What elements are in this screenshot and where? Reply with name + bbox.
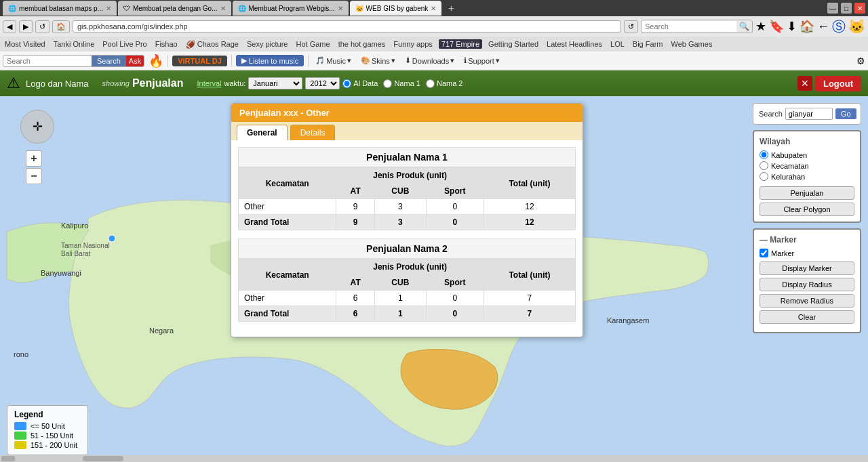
skins-menu[interactable]: 🎨 Skins ▾ (358, 55, 398, 66)
house-icon[interactable]: 🏠 (800, 19, 814, 34)
table-row-grand-total-1: Grand Total 9 3 0 12 (239, 215, 576, 230)
virtual-dj-button[interactable]: VIRTUAL DJ (172, 56, 227, 66)
marker-checkbox-label: Marker (771, 249, 794, 257)
new-tab-button[interactable]: + (443, 1, 459, 16)
clear-polygon-button[interactable]: Clear Polygon (760, 203, 854, 216)
bookmark-funny[interactable]: Funny apps (391, 39, 434, 49)
bookmark-sexy[interactable]: Sexy picture (245, 39, 290, 49)
tab-details[interactable]: Details (290, 125, 336, 140)
listen-music-button[interactable]: ▶ Listen to music (236, 55, 304, 66)
radio-nama1[interactable]: Nama 1 (383, 79, 420, 88)
ask-icon[interactable]: Ask (126, 56, 144, 66)
bookmark-icon[interactable]: 🔖 (769, 19, 784, 34)
forward-button[interactable]: ▶ (19, 20, 33, 33)
bookmark-pool[interactable]: Pool Live Pro (100, 39, 149, 49)
maximize-button[interactable]: □ (841, 3, 852, 14)
address-bar[interactable] (73, 20, 621, 33)
music-menu[interactable]: 🎵 Music ▾ (313, 55, 354, 66)
table-penjualan-2: Penjualan Nama 2 Kecamatan Jenis Produk … (238, 238, 576, 322)
month-select[interactable]: JanuariFebruariMaretApril MeiJuniJuliAgu… (248, 77, 302, 89)
tab-close-2[interactable]: ✕ (220, 5, 226, 12)
display-radius-button[interactable]: Display Radius (760, 278, 854, 291)
tab-close-3[interactable]: ✕ (338, 5, 343, 12)
tab-4-active[interactable]: 🐱 WEB GIS by gabenk ✕ (350, 1, 442, 16)
tab-close-1[interactable]: ✕ (106, 5, 111, 12)
settings-icon[interactable]: ⚙ (856, 56, 865, 66)
tab-1[interactable]: 🌐 membuat batasan maps p... ✕ (3, 1, 117, 16)
bookmark-bigfarm[interactable]: Big Farm (631, 39, 665, 49)
bookmark-most-visited[interactable]: Most Visited (3, 39, 47, 49)
browser-search-input[interactable] (642, 21, 736, 32)
radio-nama2[interactable]: Nama 2 (426, 79, 463, 88)
interval-controls: Interval waktu: JanuariFebruariMaretApri… (197, 77, 797, 89)
radio-kecamatan[interactable]: Kecamatan (760, 161, 854, 170)
back-button[interactable]: ◀ (3, 20, 16, 33)
map-container[interactable]: Kalipuro Banyuwangi Negara rono Karangas… (0, 96, 868, 462)
scrollbar-bottom[interactable] (0, 455, 868, 462)
radio-kabupaten[interactable]: Kabupaten (760, 150, 854, 159)
search-panel-label: Search (759, 110, 783, 118)
close-button[interactable]: ✕ (854, 3, 865, 14)
support-icon: ℹ (464, 56, 467, 65)
map-zoom-controls: + − (26, 150, 42, 184)
legend-label-1: <= 50 Unit (31, 422, 65, 430)
bookmark-tanki[interactable]: Tanki Online (52, 39, 97, 49)
reload-button[interactable]: ↺ (624, 20, 638, 33)
year-select[interactable]: 201220112013 (305, 77, 340, 89)
search-panel-input[interactable] (785, 108, 833, 120)
search-panel: Search Go (753, 103, 861, 125)
title-bar: 🌐 membuat batasan maps p... ✕ 🛡 Membuat … (0, 0, 868, 16)
remove-radius-button[interactable]: Remove Radius (760, 294, 854, 308)
radio-al-data[interactable]: Al Data (342, 79, 378, 88)
bookmark-webgames[interactable]: Web Games (669, 39, 714, 49)
penjualan-button[interactable]: Penjualan (760, 186, 854, 200)
zoom-out-button[interactable]: − (26, 168, 42, 184)
scrollbar-thumb[interactable] (83, 456, 123, 461)
go-button[interactable]: Go (835, 108, 856, 119)
close-x-button[interactable]: ✕ (797, 76, 812, 91)
app-logo: ⚠ Logo dan Nama (7, 75, 89, 92)
bookmark-lol[interactable]: LOL (608, 39, 627, 49)
display-marker-button[interactable]: Display Marker (760, 261, 854, 275)
bookmark-chaos[interactable]: 🏈 Chaos Rage (184, 39, 241, 49)
toolbar-search-button[interactable]: Search (92, 56, 126, 66)
back2-icon[interactable]: ← (817, 20, 829, 34)
tab-general[interactable]: General (237, 125, 288, 140)
minimize-button[interactable]: — (827, 3, 838, 14)
marker-panel: — Marker Marker Display Marker Display R… (753, 228, 861, 333)
cat-avatar: 🐱 (848, 18, 865, 35)
marker-title-dash: — (760, 235, 770, 245)
marker-title: — Marker (760, 235, 854, 245)
bookmark-getting-started[interactable]: Getting Started (486, 39, 540, 49)
support-menu[interactable]: ℹ Support ▾ (461, 55, 502, 66)
skins-chevron-icon: ▾ (391, 56, 395, 65)
bookmark-empire[interactable]: 717 Empire (439, 39, 482, 49)
clear-button[interactable]: Clear (760, 310, 854, 324)
zoom-in-button[interactable]: + (26, 150, 42, 167)
marker-checkbox-input[interactable] (760, 249, 768, 257)
tab-3[interactable]: 🌐 Membuat Program Webgis... ✕ (233, 1, 349, 16)
tab-close-4[interactable]: ✕ (431, 5, 436, 12)
bookmark-headlines[interactable]: Latest Headlines (545, 39, 604, 49)
table1-col-kecamatan: Kecamatan (239, 168, 336, 199)
showing-label: showing (102, 79, 130, 87)
downloads-menu[interactable]: ⬇ Downloads ▾ (402, 55, 457, 66)
map-nav-control[interactable]: ✛ (20, 110, 54, 144)
download-icon[interactable]: ⬇ (787, 19, 797, 34)
bookmark-hot-games[interactable]: the hot games (336, 39, 388, 49)
interval-label[interactable]: Interval (197, 79, 221, 87)
bookmark-hot-game[interactable]: Hot Game (294, 39, 332, 49)
fire-icon[interactable]: 🔥 (149, 54, 163, 68)
tab-2[interactable]: 🛡 Membuat peta dengan Go... ✕ (118, 1, 231, 16)
popup-body: Penjualan Nama 1 Kecamatan Jenis Produk … (231, 140, 583, 337)
star-icon[interactable]: ★ (755, 19, 766, 34)
logout-button[interactable]: Logout (815, 76, 861, 91)
home-button[interactable]: 🏠 (52, 20, 70, 33)
table2-col-kecamatan: Kecamatan (239, 259, 336, 291)
bookmark-fishao[interactable]: Fishao (153, 39, 180, 49)
toolbar-search-input[interactable] (3, 56, 92, 66)
refresh-button[interactable]: ↺ (35, 20, 50, 33)
scroll-left-btn[interactable] (1, 456, 15, 461)
radio-kelurahan[interactable]: Kelurahan (760, 172, 854, 181)
skype-icon[interactable]: Ⓢ (832, 18, 846, 36)
